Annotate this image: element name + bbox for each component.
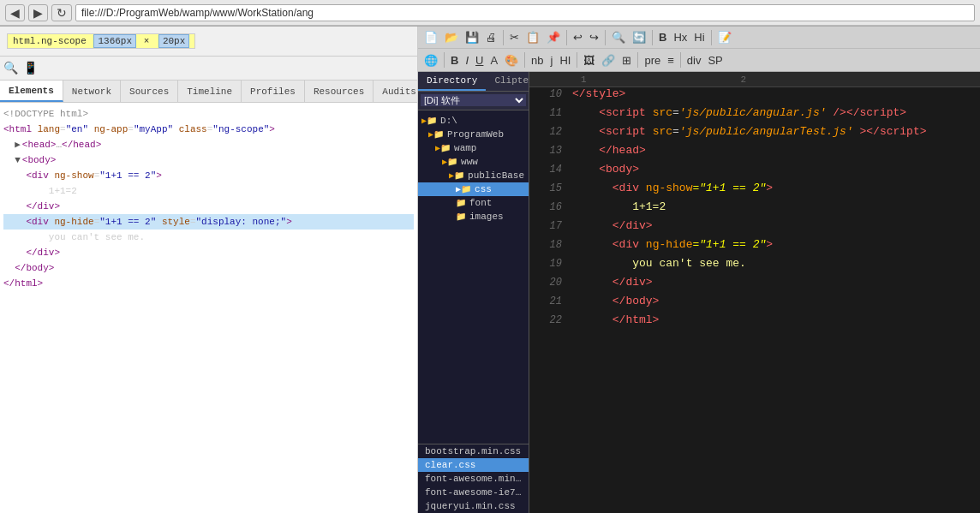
toolbar-row-2: 🌐 B I U A 🎨 nb j HI 🖼 🔗 ⊞ pre ≡ div xyxy=(418,49,980,71)
folder-programweb[interactable]: ▶📁ProgramWeb xyxy=(418,128,529,141)
folder-publicbase[interactable]: ▶📁publicBase xyxy=(418,169,529,182)
dom-line: <!DOCTYPE html> xyxy=(3,106,414,122)
replace-btn[interactable]: 🔄 xyxy=(630,30,648,45)
code-line-16: 16 1+1=2 xyxy=(529,200,980,219)
highlight-btn[interactable]: 🎨 xyxy=(502,53,521,68)
tab-audits[interactable]: Audits xyxy=(373,81,417,102)
main-area: html.ng-scope 1366px × 20px 🔍 📱 Elements… xyxy=(0,27,980,513)
sp-btn[interactable]: SP xyxy=(705,53,725,68)
folder-wamp[interactable]: ▶📁wamp xyxy=(418,141,529,155)
separator xyxy=(503,30,504,45)
color-btn[interactable]: A xyxy=(487,53,500,68)
tab-timeline[interactable]: Timeline xyxy=(178,81,242,102)
folder-icon: 📁 xyxy=(456,212,466,222)
folder-css[interactable]: ▶📁css xyxy=(418,182,529,196)
file-clear[interactable]: clear.css xyxy=(418,458,529,472)
search-btn[interactable]: 🔍 xyxy=(609,30,628,45)
dom-line: </body> xyxy=(3,260,414,276)
code-line-13: 13 </head> xyxy=(529,144,980,163)
dom-line: </div> xyxy=(3,245,414,260)
redo-btn[interactable]: ↪ xyxy=(587,30,601,45)
folder-icon: ▶📁 xyxy=(442,157,457,167)
spell-btn[interactable]: 📝 xyxy=(715,30,734,45)
h-btn[interactable]: Hx xyxy=(671,30,690,45)
file-fontawesome-ie7[interactable]: font-awesome-ie7.min… xyxy=(418,486,529,499)
dom-line: <div ng-show="1+1 == 2"> xyxy=(3,168,414,183)
code-line-12: 12 <script src='js/public/angularTest.js… xyxy=(529,125,980,144)
refresh-button[interactable]: ↻ xyxy=(51,4,72,21)
tab-elements[interactable]: Elements xyxy=(0,81,63,102)
search-icon[interactable]: 🔍 xyxy=(3,61,18,75)
file-bootstrap[interactable]: bootstrap.min.css xyxy=(418,444,529,458)
separator xyxy=(444,52,445,68)
div-btn[interactable]: div xyxy=(684,53,704,68)
separator xyxy=(652,30,653,45)
code-line-14: 14 <body> xyxy=(529,163,980,182)
nb-btn[interactable]: nb xyxy=(529,53,546,68)
print-btn[interactable]: 🖨 xyxy=(483,30,499,45)
cut-btn[interactable]: ✂ xyxy=(507,30,522,45)
scope-height: 20px xyxy=(158,34,189,48)
file-save-btn[interactable]: 💾 xyxy=(463,30,481,45)
globe-btn[interactable]: 🌐 xyxy=(421,53,440,68)
dom-tree[interactable]: <!DOCTYPE html> <html lang="en" ng-app="… xyxy=(0,103,417,513)
undo-btn[interactable]: ↩ xyxy=(571,30,585,45)
file-tab-directory[interactable]: Directory xyxy=(418,72,486,91)
tab-sources[interactable]: Sources xyxy=(121,81,178,102)
dom-line-selected[interactable]: <div ng-hide="1+1 == 2" style="display: … xyxy=(3,214,414,230)
file-tree-tabs: Directory Cliptext xyxy=(418,72,529,92)
file-new-btn[interactable]: 📄 xyxy=(421,30,440,45)
list-btn[interactable]: ≡ xyxy=(665,53,677,68)
hi-btn[interactable]: Hi xyxy=(691,30,707,45)
folder-www[interactable]: ▶📁www xyxy=(418,155,529,169)
separator xyxy=(680,52,681,68)
link-btn[interactable]: 🔗 xyxy=(599,53,618,68)
tab-network[interactable]: Network xyxy=(63,81,121,102)
tab-resources[interactable]: Resources xyxy=(305,81,373,102)
scope-bar: html.ng-scope 1366px × 20px xyxy=(0,27,417,57)
hi2-btn[interactable]: HI xyxy=(557,53,573,68)
file-dropdown-row: [Di] 软件 xyxy=(418,92,529,110)
table-btn[interactable]: ⊞ xyxy=(619,53,634,68)
img-btn[interactable]: 🖼 xyxy=(581,53,597,68)
dom-line: ▶<head>…</head> xyxy=(3,137,414,152)
devtools-toolbar: 🔍 📱 xyxy=(0,57,417,81)
italic-btn[interactable]: I xyxy=(463,53,471,68)
scope-width: 1366px xyxy=(93,34,136,48)
file-tree-content: ▶📁D:\ ▶📁ProgramWeb ▶📁wamp ▶📁www ▶📁public… xyxy=(418,110,529,444)
code-line-19: 19 you can't see me. xyxy=(529,257,980,276)
devtools-panel: html.ng-scope 1366px × 20px 🔍 📱 Elements… xyxy=(0,27,418,513)
code-editor[interactable]: 1 2 10 </style> 11 <script src='js/publi… xyxy=(529,72,980,513)
folder-icon: ▶📁 xyxy=(435,143,451,153)
file-list: bootstrap.min.css clear.css font-awesome… xyxy=(418,444,529,513)
separator xyxy=(637,52,638,68)
mobile-icon[interactable]: 📱 xyxy=(23,61,38,75)
file-dropdown[interactable]: [Di] 软件 xyxy=(421,94,526,106)
bold-b-btn[interactable]: B xyxy=(448,53,461,68)
paste-btn[interactable]: 📌 xyxy=(544,30,563,45)
folder-icon: ▶📁 xyxy=(449,170,464,181)
file-fontawesome[interactable]: font-awesome.min.css xyxy=(418,472,529,486)
forward-button[interactable]: ▶ xyxy=(28,4,48,21)
folder-icon: ▶📁 xyxy=(428,129,444,140)
folder-images[interactable]: 📁images xyxy=(418,210,529,224)
file-open-btn[interactable]: 📂 xyxy=(442,30,461,45)
folder-icon: ▶📁 xyxy=(421,116,437,126)
separator xyxy=(605,30,606,45)
copy-btn[interactable]: 📋 xyxy=(523,30,542,45)
address-bar[interactable] xyxy=(75,4,975,21)
ruler: 1 2 xyxy=(529,72,980,87)
tab-profiles[interactable]: Profiles xyxy=(242,81,305,102)
pre-btn[interactable]: pre xyxy=(642,53,663,68)
file-jqueryui[interactable]: jqueryui.min.css xyxy=(418,499,529,513)
j-btn[interactable]: j xyxy=(548,53,556,68)
code-line-15: 15 <div ng-show="1+1 == 2"> xyxy=(529,182,980,200)
bold-btn[interactable]: B xyxy=(656,30,669,45)
file-area: Directory Cliptext [Di] 软件 ▶📁D:\ ▶📁Progr… xyxy=(418,72,980,513)
back-button[interactable]: ◀ xyxy=(5,4,25,21)
folder-font[interactable]: 📁font xyxy=(418,196,529,210)
folder-d[interactable]: ▶📁D:\ xyxy=(418,114,529,128)
code-line-22: 22 </html> xyxy=(529,313,980,332)
browser-chrome: ◀ ▶ ↻ xyxy=(0,0,980,27)
underline-btn[interactable]: U xyxy=(473,53,486,68)
